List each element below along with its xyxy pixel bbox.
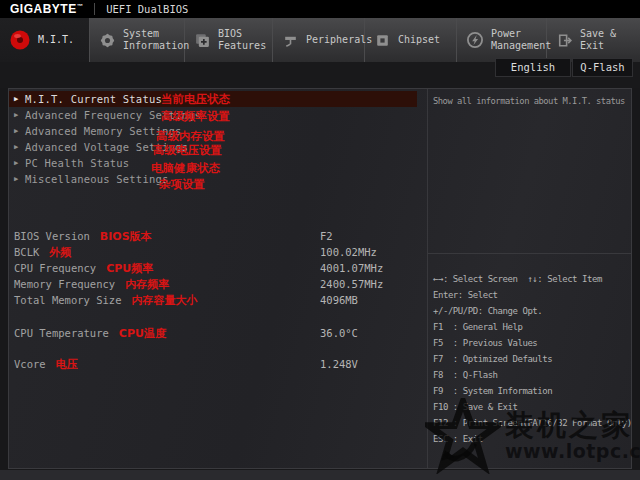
menu-item-label: M.I.T. Current Status (25, 93, 162, 105)
system-info-readouts: BIOS VersionBIOS版本 F2 BCLK外频 100.02MHz C… (14, 228, 424, 372)
info-label: CPU Frequency (14, 262, 96, 274)
info-row-total-memory-size: Total Memory Size内存容量大小 4096MB (14, 292, 424, 308)
hotkey-legend: ←→: Select Screen ↑↓: Select Item Enter:… (428, 254, 631, 447)
info-label: Total Memory Size (14, 294, 121, 306)
item-description: Show all information about M.I.T. status (428, 89, 631, 254)
qflash-button[interactable]: Q-Flash (572, 58, 633, 77)
menu-item-label: Miscellaneous Settings (25, 173, 168, 185)
record-icon (9, 29, 31, 51)
tab-label: Peripherals (306, 34, 372, 46)
info-annotation: BIOS版本 (100, 230, 152, 243)
hotkey-line: Enter: Select (433, 287, 631, 303)
hotkey-line: F7 : Optimized Defaults (433, 351, 631, 367)
tab-system-information[interactable]: System Information (90, 18, 185, 62)
hotkey-line: F5 : Previous Values (433, 335, 631, 351)
tab-label: System Information (123, 28, 189, 52)
info-row-memory-frequency: Memory Frequency内存频率 2400.57MHz (14, 276, 424, 292)
trademark-mark: ™ (77, 3, 84, 9)
main-panel: ▶ M.I.T. Current Status 当前电压状态 ▶ Advance… (8, 88, 632, 469)
info-annotation: CPU温度 (119, 327, 166, 340)
info-row-cpu-frequency: CPU FrequencyCPU频率 4001.07MHz (14, 260, 424, 276)
tab-power-management[interactable]: Power Management (457, 18, 547, 62)
info-label: BIOS Version (14, 230, 90, 242)
info-label: CPU Temperature (14, 327, 109, 339)
tab-label: Power Management (491, 28, 551, 52)
peripherals-icon (282, 32, 299, 49)
hotkey-line: ←→: Select Screen ↑↓: Select Item (433, 271, 631, 287)
english-language-button[interactable]: English (495, 58, 571, 77)
bottom-strip (0, 470, 640, 480)
info-value: 2400.57MHz (320, 276, 383, 292)
tab-label: Save & Exit (580, 28, 640, 52)
tab-mit[interactable]: M.I.T. (0, 18, 90, 62)
info-value: 4001.07MHz (320, 260, 383, 276)
info-annotation: 电压 (56, 358, 78, 371)
hotkey-line: F10 : Save & Exit (433, 399, 631, 415)
info-annotation: 外频 (49, 246, 71, 259)
tab-bar: M.I.T. System Information BIOS Features … (0, 18, 640, 62)
tab-peripherals[interactable]: Peripherals (273, 18, 365, 62)
info-value: 4096MB (320, 292, 358, 308)
info-row-vcore: Vcore电压 1.248V (14, 356, 424, 372)
settings-panel: ▶ M.I.T. Current Status 当前电压状态 ▶ Advance… (9, 89, 427, 468)
info-annotation: CPU频率 (106, 262, 153, 275)
product-title: UEFI DualBIOS (106, 3, 188, 15)
info-value: F2 (320, 228, 333, 244)
info-annotation: 内存容量大小 (131, 294, 197, 307)
info-label: BCLK (14, 246, 39, 258)
mit-menu: ▶ M.I.T. Current Status 当前电压状态 ▶ Advance… (9, 89, 427, 187)
menu-item-annotation: 杂项设置 (159, 177, 205, 192)
tab-save-exit[interactable]: Save & Exit (547, 18, 640, 62)
bios-features-icon (194, 32, 211, 49)
menu-item-pc-health-status[interactable]: ▶ PC Health Status 电脑健康状态 (9, 155, 417, 171)
tab-label: Chipset (398, 34, 440, 46)
tab-label: BIOS Features (218, 28, 266, 52)
hotkey-line: F9 : System Information (433, 383, 631, 399)
chipset-icon (374, 32, 391, 49)
menu-item-advanced-frequency-settings[interactable]: ▶ Advanced Frequency Settings 高级频率设置 (9, 107, 417, 123)
divider (94, 3, 95, 15)
submenu-arrow-icon: ▶ (14, 175, 25, 183)
hotkey-line: F8 : Q-Flash (433, 367, 631, 383)
submenu-arrow-icon: ▶ (14, 111, 25, 119)
spacer (14, 308, 424, 325)
power-lightning-icon (466, 31, 484, 49)
info-label: Memory Frequency (14, 278, 115, 290)
submenu-arrow-icon: ▶ (14, 159, 25, 167)
info-row-bclk: BCLK外频 100.02MHz (14, 244, 424, 260)
menu-item-label: PC Health Status (25, 157, 129, 169)
exit-door-icon (556, 32, 573, 49)
tab-bios-features[interactable]: BIOS Features (185, 18, 273, 62)
hotkey-line: +/-/PU/PD: Change Opt. (433, 303, 631, 319)
submenu-arrow-icon: ▶ (14, 143, 25, 151)
menu-item-annotation: 高级频率设置 (161, 109, 230, 124)
submenu-arrow-icon: ▶ (14, 127, 25, 135)
info-row-bios-version: BIOS VersionBIOS版本 F2 (14, 228, 424, 244)
hotkey-line: ESC : Exit (433, 431, 631, 447)
gear-icon (99, 32, 116, 49)
info-annotation: 内存频率 (125, 278, 169, 291)
menu-item-annotation: 当前电压状态 (161, 92, 230, 107)
menu-item-miscellaneous-settings[interactable]: ▶ Miscellaneous Settings 杂项设置 (9, 171, 417, 187)
hotkey-line: F12 : Print Screen(FAT16/32 Format Only) (433, 415, 631, 431)
menu-item-advanced-voltage-settings[interactable]: ▶ Advanced Voltage Settings 高级电压设置 (9, 139, 417, 155)
spacer (14, 341, 424, 356)
hotkey-line: F1 : General Help (433, 319, 631, 335)
tab-chipset[interactable]: Chipset (365, 18, 457, 62)
info-value: 36.0°C (320, 325, 358, 341)
info-value: 100.02MHz (320, 244, 377, 260)
tab-label: M.I.T. (38, 34, 74, 46)
info-label: Vcore (14, 358, 46, 370)
menu-item-advanced-memory-settings[interactable]: ▶ Advanced Memory Settings 高级内存设置 (9, 123, 417, 139)
info-row-cpu-temperature: CPU TemperatureCPU温度 36.0°C (14, 325, 424, 341)
info-value: 1.248V (320, 356, 358, 372)
gigabyte-logo: GIGABYTE™ (10, 2, 83, 16)
top-bar: GIGABYTE™ UEFI DualBIOS (0, 0, 640, 18)
submenu-arrow-icon: ▶ (14, 95, 25, 103)
help-panel: Show all information about M.I.T. status… (427, 89, 631, 468)
menu-item-mit-current-status[interactable]: ▶ M.I.T. Current Status 当前电压状态 (9, 91, 417, 107)
